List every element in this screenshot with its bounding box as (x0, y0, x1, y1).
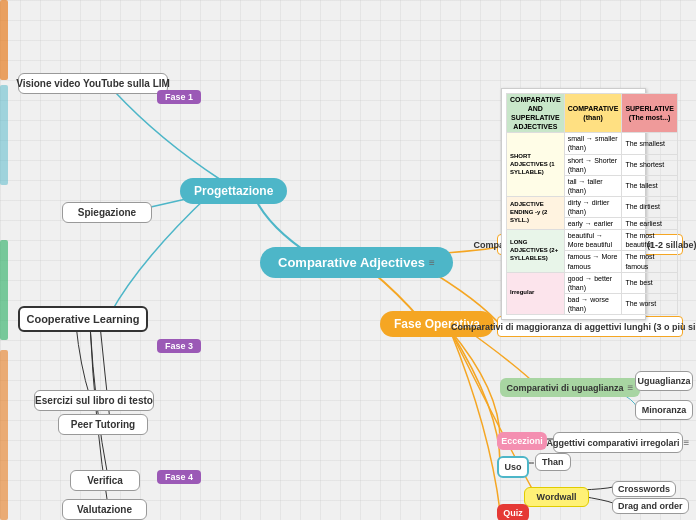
drag-order-node[interactable]: Drag and order (612, 498, 689, 514)
visione-video-node[interactable]: Visione video YouTube sulla LIM (18, 73, 168, 94)
fase1-badge[interactable]: Fase 1 (157, 90, 201, 104)
quiz-node[interactable]: Quiz (497, 504, 529, 520)
peer-tutoring-node[interactable]: Peer Tutoring (58, 414, 148, 435)
uso-node[interactable]: Uso (497, 456, 529, 478)
wordwall-node[interactable]: Wordwall (524, 487, 589, 507)
fase3-badge[interactable]: Fase 3 (157, 339, 201, 353)
progettazione-node[interactable]: Progettazione (180, 178, 287, 204)
eccezioni-node[interactable]: Eccezioni (497, 432, 547, 450)
left-bar-teal (0, 85, 8, 185)
adjectives-table: COMPARATIVE AND SUPERLATIVE ADJECTIVES C… (501, 88, 646, 320)
left-bar-orange (0, 0, 8, 80)
comparativi-uguaglianza-node[interactable]: Comparativi di uguaglianza ≡ (500, 378, 640, 397)
than-node[interactable]: Than (535, 453, 571, 471)
esercizi-node[interactable]: Esercizi sul libro di testo (34, 390, 154, 411)
cooperative-learning-node[interactable]: Cooperative Learning (18, 306, 148, 332)
left-bar-orange2 (0, 350, 8, 520)
aggettivi-node[interactable]: Aggettivi comparativi irregolari ≡ (553, 432, 683, 453)
left-bar-green (0, 240, 8, 340)
aggettivi-menu-icon[interactable]: ≡ (684, 437, 690, 448)
main-menu-icon[interactable]: ≡ (429, 257, 435, 268)
crosswords-node[interactable]: Crosswords (612, 481, 676, 497)
valutazione-node[interactable]: Valutazione (62, 499, 147, 520)
verifica-node[interactable]: Verifica (70, 470, 140, 491)
fase4-badge[interactable]: Fase 4 (157, 470, 201, 484)
comparativi-uguaglianza-menu-icon[interactable]: ≡ (628, 382, 634, 393)
main-node[interactable]: Comparative Adjectives ≡ (260, 247, 453, 278)
uguaglianza-node[interactable]: Uguaglianza (635, 371, 693, 391)
minoranza-node[interactable]: Minoranza (635, 400, 693, 420)
spiegazione-node[interactable]: Spiegazione (62, 202, 152, 223)
